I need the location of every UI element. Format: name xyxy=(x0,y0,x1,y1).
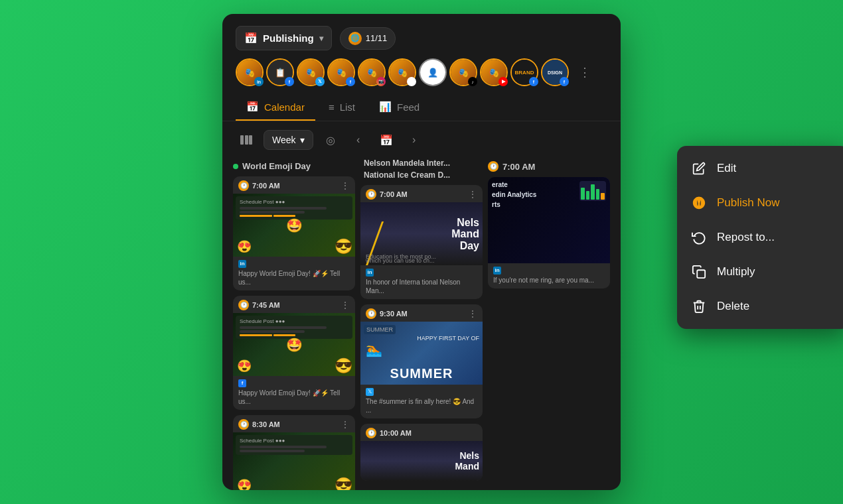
post-menu-2[interactable]: ⋮ xyxy=(341,300,350,310)
post-menu-s1[interactable]: ⋮ xyxy=(468,308,477,319)
avatar-10[interactable]: BRAND f xyxy=(510,58,538,86)
time-text-2: 7:45 AM xyxy=(252,301,280,309)
fb-icon-2: f xyxy=(238,379,246,387)
post-content-3: Schedule Post ●●● 😍 😎 xyxy=(233,432,355,490)
multiply-icon xyxy=(690,263,708,281)
feed-tab-label: Feed xyxy=(397,101,420,113)
edit-label: Edit xyxy=(717,162,736,175)
post-caption-summer: 𝕏 The #summer is fin ally here! 😎 And ..… xyxy=(360,385,483,418)
dot-emoji xyxy=(233,164,238,169)
avatar-8[interactable]: 🎭 ♪ xyxy=(449,58,477,86)
time-text-m2: 10:00 AM xyxy=(380,429,412,437)
list-tab-icon: ≡ xyxy=(329,101,335,113)
linkedin-icon-1: in xyxy=(238,260,246,268)
clock-icon-1: 🕐 xyxy=(238,180,249,191)
time-text-s1: 9:30 AM xyxy=(380,310,408,318)
svg-rect-0 xyxy=(240,135,244,145)
post-card-emoji-3[interactable]: 🕐 8:30 AM ⋮ Schedule Post ●●● 😍 😎 xyxy=(233,415,355,490)
calendar-grid: World Emoji Day 🕐 7:00 AM ⋮ Schedule Pos… xyxy=(222,158,621,490)
post-menu-m1[interactable]: ⋮ xyxy=(468,189,477,200)
social-tag-summer: 𝕏 xyxy=(366,388,477,396)
post-content-2: Schedule Post ●●● 😍 😎 🤩 xyxy=(233,313,355,376)
avatar-9[interactable]: 🎭 ▶ xyxy=(480,58,508,86)
post-time-2: 🕐 7:45 AM ⋮ xyxy=(233,296,355,313)
menu-item-publish[interactable]: Publish Now xyxy=(677,186,843,220)
col-header-mandela: Nelson Mandela Inter... National Ice Cre… xyxy=(360,158,483,185)
col-header-emoji: World Emoji Day xyxy=(233,158,355,176)
menu-item-delete[interactable]: Delete xyxy=(677,289,843,324)
social-tag-m1: in xyxy=(366,269,477,277)
columns-icon[interactable] xyxy=(236,129,257,151)
post-card-emoji-1[interactable]: 🕐 7:00 AM ⋮ Schedule Post ●●● xyxy=(233,176,355,290)
time-text-m1: 7:00 AM xyxy=(380,190,408,198)
more-options-button[interactable]: ⋮ xyxy=(574,62,595,83)
week-selector[interactable]: Week ▾ xyxy=(264,130,313,150)
caption-text-1: Happy World Emoji Day! 🚀⚡ Tell us... xyxy=(238,270,340,286)
tab-list[interactable]: ≡ List xyxy=(318,95,366,121)
target-icon[interactable]: ◎ xyxy=(320,129,341,151)
post-menu-3[interactable]: ⋮ xyxy=(341,419,350,430)
avatar-2[interactable]: 📋 f xyxy=(266,58,294,86)
avatar-6[interactable]: 🎭 G xyxy=(388,58,416,86)
col-header-analytics: 🕐 7:00 AM xyxy=(488,158,610,177)
social-tag-analytics: in xyxy=(493,267,605,275)
post-image-analytics: erate edin Analytics rts xyxy=(488,177,610,263)
counter-badge[interactable]: 🌐 11/11 xyxy=(340,27,396,50)
clock-icon-m2: 🕐 xyxy=(366,428,376,438)
tab-calendar[interactable]: 📅 Calendar xyxy=(236,94,315,121)
post-card-summer[interactable]: 🕐 9:30 AM ⋮ SUMMER HAPPY FIRST DAY OF SU… xyxy=(360,304,483,418)
avatar-3[interactable]: 🎭 𝕏 xyxy=(297,58,325,86)
col-header-icecream-label: National Ice Cream D... xyxy=(364,170,450,180)
prev-button[interactable]: ‹ xyxy=(348,129,369,151)
linkedin-icon-analytics: in xyxy=(493,267,501,275)
calendar-toolbar: Week ▾ ◎ ‹ 📅 › xyxy=(222,121,621,158)
post-caption-1: in Happy World Emoji Day! 🚀⚡ Tell us... xyxy=(233,257,355,290)
ig-badge-5: 📷 xyxy=(376,77,386,86)
next-button[interactable]: › xyxy=(404,129,425,151)
post-time-3: 🕐 8:30 AM ⋮ xyxy=(233,415,355,432)
publishing-button[interactable]: 📅 Publishing ▾ xyxy=(236,26,332,50)
google-badge-6: G xyxy=(407,77,416,86)
menu-item-repost[interactable]: Repost to... xyxy=(677,220,843,255)
col-header-analytics-label: 7:00 AM xyxy=(502,162,535,172)
col-header-mandela-row1: Nelson Mandela Inter... xyxy=(360,158,483,168)
publish-label: Publish Now xyxy=(717,196,780,210)
menu-item-multiply[interactable]: Multiply xyxy=(677,255,843,289)
post-time-1: 🕐 7:00 AM ⋮ xyxy=(233,176,355,194)
post-image-m2: Nels Mand xyxy=(360,441,483,481)
avatar-1[interactable]: 🎭 in xyxy=(236,58,264,86)
menu-item-edit[interactable]: Edit xyxy=(677,151,843,186)
post-menu-1[interactable]: ⋮ xyxy=(341,180,350,191)
post-time-s1: 🕐 9:30 AM ⋮ xyxy=(360,304,483,322)
rocket-icon xyxy=(690,194,708,212)
post-card-emoji-2[interactable]: 🕐 7:45 AM ⋮ Schedule Post ●●● xyxy=(233,296,355,410)
col-header-emoji-label: World Emoji Day xyxy=(242,161,311,171)
avatar-5[interactable]: 🎭 📷 xyxy=(358,58,386,86)
post-card-analytics[interactable]: erate edin Analytics rts xyxy=(488,177,610,288)
tiktok-badge-8: ♪ xyxy=(468,77,477,86)
context-menu: Edit Publish Now Repost to... xyxy=(677,146,843,329)
post-card-mandela-1[interactable]: 🕐 7:00 AM ⋮ Nels Mand Day Education is t… xyxy=(360,185,483,299)
col-header-icecream-row: National Ice Cream D... xyxy=(360,170,483,180)
avatar-7[interactable]: 👤 xyxy=(419,58,447,86)
mandela-text-2: Nels Mand xyxy=(455,451,479,472)
tab-feed[interactable]: 📊 Feed xyxy=(368,94,430,121)
fb-badge-2: f xyxy=(285,77,294,86)
fb-badge-11: f xyxy=(560,77,569,86)
avatar-4[interactable]: 🎭 f xyxy=(327,58,355,86)
twitter-icon-summer: 𝕏 xyxy=(366,388,374,396)
col-analytics: 🕐 7:00 AM erate edin Analytics rts xyxy=(485,158,613,490)
col-mandela: Nelson Mandela Inter... National Ice Cre… xyxy=(358,158,485,490)
caption-text-2: Happy World Emoji Day! 🚀⚡ Tell us... xyxy=(238,389,340,405)
fb-badge-10: f xyxy=(529,77,538,86)
yt-badge-9: ▶ xyxy=(498,77,508,86)
post-card-mandela-2[interactable]: 🕐 10:00 AM Nels Mand xyxy=(360,424,483,481)
post-caption-m1: in In honor of Interna tional Nelson Man… xyxy=(360,265,483,299)
calendar-today-button[interactable]: 📅 xyxy=(376,129,397,151)
post-caption-analytics: in If you're not me ring, are you ma... xyxy=(488,263,610,288)
main-panel: 📅 Publishing ▾ 🌐 11/11 🎭 in 📋 f xyxy=(222,14,621,490)
avatar-11[interactable]: DSIGN f xyxy=(541,58,569,86)
caption-text-m1: In honor of Interna tional Nelson Man... xyxy=(366,279,460,294)
social-tag-1: in xyxy=(238,260,350,268)
col-header-mandela-label: Nelson Mandela Inter... xyxy=(364,158,450,168)
